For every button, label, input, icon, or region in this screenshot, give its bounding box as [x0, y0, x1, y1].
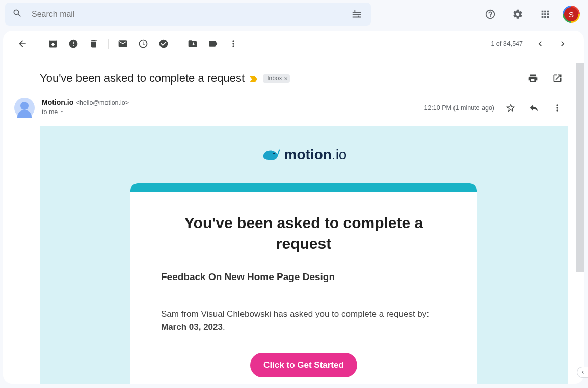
message-more-button[interactable]: [547, 98, 568, 118]
email-headline: You've been asked to complete a request: [161, 213, 446, 254]
sender-name: Motion.io: [42, 98, 73, 106]
email-subject: You've been asked to complete a request: [40, 72, 245, 85]
account-avatar[interactable]: S: [563, 6, 580, 23]
important-marker-icon[interactable]: [250, 75, 258, 81]
email-timestamp: 12:10 PM (1 minute ago): [424, 104, 494, 112]
pager-position: 1 of 34,547: [491, 40, 523, 47]
expand-recipients-icon[interactable]: [59, 108, 64, 116]
close-icon[interactable]: ×: [284, 75, 288, 82]
labels-button[interactable]: [203, 34, 223, 54]
separator: [178, 39, 178, 49]
snooze-button[interactable]: [133, 34, 153, 54]
svg-point-0: [273, 153, 275, 154]
pager-next-button[interactable]: [552, 34, 573, 54]
cta-button[interactable]: Click to Get Started: [250, 353, 357, 377]
email-card: You've been asked to complete a request …: [130, 183, 477, 384]
back-button[interactable]: [12, 34, 33, 54]
scrollbar[interactable]: [576, 63, 584, 272]
logo-suffix: .io: [332, 147, 347, 162]
inbox-chip[interactable]: Inbox ×: [263, 74, 290, 83]
motion-logo: motion.io: [40, 147, 568, 163]
email-subtitle: Feedback On New Home Page Design: [161, 271, 446, 290]
search-input[interactable]: [32, 10, 350, 19]
rabbit-icon: [261, 147, 280, 162]
settings-icon[interactable]: [507, 4, 528, 24]
separator: [108, 39, 109, 49]
reply-button[interactable]: [524, 98, 544, 118]
inbox-chip-label: Inbox: [267, 75, 282, 82]
mark-unread-button[interactable]: [113, 34, 133, 54]
pager-prev-button[interactable]: [530, 34, 550, 54]
avatar-letter: S: [564, 7, 578, 21]
delete-button[interactable]: [84, 34, 104, 54]
recipient-line: to me: [42, 108, 58, 116]
card-accent: [130, 183, 477, 192]
search-icon: [12, 8, 22, 20]
email-body-text: Sam from Visual Chlebowski has asked you…: [161, 308, 446, 334]
star-button[interactable]: [500, 98, 521, 118]
open-new-window-button[interactable]: [547, 68, 568, 89]
logo-main: motion: [284, 147, 332, 162]
search-options-icon[interactable]: [350, 4, 364, 24]
add-task-button[interactable]: [153, 34, 174, 54]
archive-button[interactable]: [43, 34, 63, 54]
move-to-button[interactable]: [182, 34, 203, 54]
support-icon[interactable]: [480, 4, 500, 24]
search-bar[interactable]: [5, 3, 371, 26]
sender-avatar[interactable]: [14, 98, 35, 118]
apps-icon[interactable]: [535, 4, 555, 24]
side-panel-toggle[interactable]: [577, 367, 588, 378]
more-button[interactable]: [223, 34, 244, 54]
sender-email: <hello@motion.io>: [76, 99, 129, 106]
print-button[interactable]: [523, 68, 543, 89]
spam-button[interactable]: [63, 34, 84, 54]
email-body: motion.io You've been asked to complete …: [40, 126, 568, 384]
